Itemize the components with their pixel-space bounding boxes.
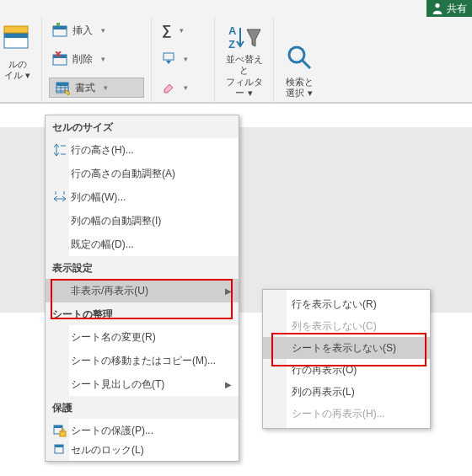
submenu-item-hide-rows[interactable]: 行を表示しない(R) [263,293,430,315]
chevron-down-icon: ▾ [101,26,105,35]
sort-filter-label: 並べ替えと フィルター ▾ [222,54,266,99]
protect-sheet-icon [51,424,69,437]
menu-item-label: シートの移動またはコピー(M)... [69,354,232,368]
submenu-item-label: 列の再表示(L) [292,385,355,399]
svg-rect-2 [4,26,28,33]
eraser-icon [162,81,175,94]
menu-section-organize: シートの整理 [46,302,239,325]
share-label: 共有 [447,2,467,16]
svg-rect-11 [56,83,68,86]
submenu-item-hide-sheet[interactable]: シートを表示しない(S) [263,337,430,359]
menu-item-label: 列の幅(W)... [69,190,232,205]
insert-button[interactable]: 挿入▾ [49,20,144,40]
delete-label: 削除 [72,52,93,67]
delete-button[interactable]: 削除▾ [49,49,144,69]
menu-item-label: 行の高さの自動調整(A) [69,167,232,181]
menu-item-label: 既定の幅(D)... [69,238,232,252]
menu-section-cell-size: セルのサイズ [46,115,239,138]
menu-item-lock-cell[interactable]: セルのロック(L) [46,442,239,457]
format-button[interactable]: 書式▾ [49,78,144,98]
submenu-item-label: 列を表示しない(C) [292,319,377,334]
svg-rect-12 [164,53,174,60]
menu-item-label: 列の幅の自動調整(I) [69,214,232,228]
chevron-down-icon: ▾ [180,26,184,35]
chevron-down-icon: ▾ [104,83,108,92]
submenu-item-unhide-rows[interactable]: 行の再表示(O) [263,359,430,381]
menu-item-hide-unhide[interactable]: 非表示/再表示(U) ▶ [46,279,239,302]
menu-item-row-height[interactable]: 行の高さ(H)... [46,138,239,162]
format-dropdown-menu: セルのサイズ 行の高さ(H)... 行の高さの自動調整(A) 列の幅(W)...… [45,115,239,462]
menu-item-protect-sheet[interactable]: シートの保護(P)... [46,419,239,442]
menu-section-visibility: 表示設定 [46,256,239,279]
col-width-icon [51,190,69,204]
insert-icon [52,23,67,38]
menu-item-rename-sheet[interactable]: シート名の変更(R) [46,325,239,349]
submenu-arrow-icon: ▶ [225,286,232,296]
chevron-down-icon: ▾ [101,55,105,63]
menu-item-default-width[interactable]: 既定の幅(D)... [46,233,239,256]
submenu-item-label: シートを表示しない(S) [292,341,396,356]
svg-rect-4 [53,26,67,29]
menu-item-label: セルのロック(L) [69,443,232,457]
menu-item-col-width[interactable]: 列の幅(W)... [46,185,239,209]
menu-item-label: 非表示/再表示(U) [69,284,225,298]
ribbon-group-editing: ∑▾ ▾ ▾ [152,17,215,102]
title-bar-share[interactable]: 共有 [426,0,472,17]
lock-icon [51,443,69,457]
ribbon-group-styles: ルの イル ▾ [0,17,42,102]
ribbon-group-sort-filter[interactable]: AZ 並べ替えと フィルター ▾ [215,17,274,102]
submenu-item-unhide-sheet: シートの再表示(H)... [263,403,430,425]
cell-styles-icon[interactable] [0,20,35,59]
autosum-button[interactable]: ∑▾ [158,20,207,40]
find-select-icon [285,38,314,77]
share-icon [432,3,443,14]
menu-section-protection: 保護 [46,396,239,419]
menu-item-label: シート名の変更(R) [69,330,232,345]
clear-button[interactable]: ▾ [158,78,207,98]
menu-item-col-autofit[interactable]: 列の幅の自動調整(I) [46,209,239,233]
fill-button[interactable]: ▾ [158,49,207,69]
ribbon-group-cells: 挿入▾ 削除▾ 書式▾ [42,17,152,102]
chevron-down-icon: ▾ [184,83,188,92]
format-label: 書式 [75,81,95,95]
menu-item-tab-color[interactable]: シート見出しの色(T) ▶ [46,372,239,396]
svg-rect-25 [55,445,63,447]
format-icon [55,80,70,95]
find-select-label: 検索と 選択 ▾ [286,77,314,99]
insert-label: 挿入 [72,24,93,38]
chevron-down-icon: ▾ [184,55,188,63]
submenu-item-label: 行の再表示(O) [292,363,357,377]
svg-rect-1 [4,33,28,38]
svg-line-16 [303,61,310,68]
svg-rect-22 [54,425,62,428]
submenu-arrow-icon: ▶ [225,380,232,389]
sort-filter-icon: AZ [227,20,262,54]
submenu-item-label: 行を表示しない(R) [292,297,377,312]
menu-item-row-autofit[interactable]: 行の高さの自動調整(A) [46,162,239,185]
submenu-item-label: シートの再表示(H)... [292,407,385,421]
svg-text:Z: Z [228,38,235,51]
menu-item-move-copy-sheet[interactable]: シートの移動またはコピー(M)... [46,349,239,372]
submenu-item-hide-cols: 列を表示しない(C) [263,315,430,337]
svg-rect-23 [60,431,66,436]
menu-item-label: シート見出しの色(T) [69,377,225,392]
cell-styles-label: ルの イル ▾ [0,59,35,81]
svg-text:A: A [228,24,237,37]
delete-icon [52,51,67,67]
svg-rect-5 [56,23,60,26]
sigma-icon: ∑ [162,23,171,38]
fill-down-icon [162,52,175,66]
menu-item-label: シートの保護(P)... [69,424,232,438]
ribbon-group-find-select[interactable]: 検索と 選択 ▾ [274,17,324,102]
hide-unhide-submenu: 行を表示しない(R) 列を表示しない(C) シートを表示しない(S) 行の再表示… [262,289,431,429]
ribbon: ルの イル ▾ 挿入▾ 削除▾ 書式▾ ∑▾ ▾ [0,17,472,103]
submenu-item-unhide-cols[interactable]: 列の再表示(L) [263,381,430,403]
menu-item-label: 行の高さ(H)... [69,143,232,158]
row-height-icon [51,143,69,157]
svg-point-15 [289,47,304,62]
